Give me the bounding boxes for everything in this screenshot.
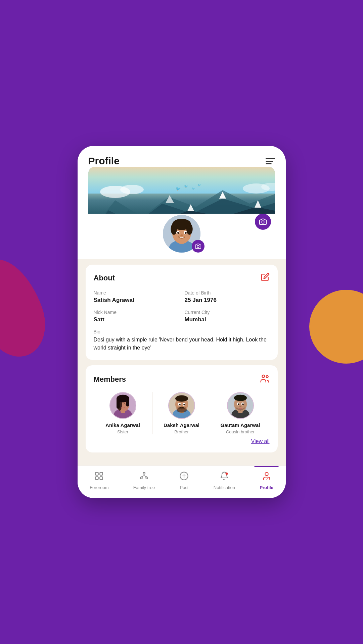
view-all-button[interactable]: View all (251, 438, 270, 444)
svg-text:🐦: 🐦 (197, 183, 201, 187)
menu-button[interactable] (266, 158, 275, 164)
phone-frame: Profile 🐦 🐦 🐦 🐦 (78, 146, 286, 498)
family-tree-icon (139, 471, 149, 483)
nav-label-family-tree: Family tree (133, 485, 155, 490)
name-value: Satish Agrawal (94, 297, 179, 304)
member-name: Gautam Agarwal (221, 422, 260, 428)
svg-line-70 (144, 476, 147, 477)
members-list: Anika Agarwal Sister (94, 392, 270, 434)
dob-field: Date of Birth 25 Jan 1976 (185, 290, 270, 304)
svg-point-48 (179, 404, 180, 406)
list-item[interactable]: Anika Agarwal Sister (94, 392, 152, 434)
list-item[interactable]: Daksh Agarwal Brother (152, 392, 211, 434)
svg-point-31 (266, 376, 268, 378)
nav-label-notification: Notification (214, 485, 235, 490)
nav-label-profile: Profile (260, 485, 273, 490)
members-icon[interactable] (260, 373, 270, 385)
svg-point-27 (185, 232, 187, 234)
about-card-header: About (94, 273, 270, 283)
header: Profile (78, 146, 286, 167)
svg-text:🐦: 🐦 (192, 187, 195, 190)
nav-item-post[interactable]: Post (174, 470, 194, 491)
nav-item-profile[interactable]: Profile (254, 470, 278, 491)
svg-point-22 (171, 223, 177, 235)
nickname-value: Satt (94, 316, 179, 323)
members-title: Members (94, 375, 126, 384)
member-relation: Sister (117, 429, 128, 434)
svg-point-30 (262, 375, 265, 378)
member-avatar (109, 392, 136, 419)
profile-icon (262, 471, 271, 483)
svg-point-59 (242, 404, 244, 405)
svg-line-69 (141, 476, 144, 477)
svg-point-75 (265, 473, 268, 476)
nav-label-foreroom: Foreroom (90, 485, 108, 490)
members-card-header: Members (94, 373, 270, 385)
view-all-row: View all (94, 438, 270, 444)
svg-point-28 (180, 234, 183, 236)
name-field: Name Satish Agrawal (94, 290, 179, 304)
nav-item-foreroom[interactable]: Foreroom (84, 470, 114, 491)
about-card: About Name Satish Agrawal Date of Birth … (86, 265, 278, 360)
bio-label: Bio (94, 329, 270, 334)
member-avatar (168, 392, 195, 419)
svg-rect-63 (100, 473, 103, 475)
member-avatar (227, 392, 254, 419)
svg-point-26 (177, 232, 179, 234)
bio-field: Bio Desi guy with a simple rule 'Never b… (94, 329, 270, 352)
nav-item-family-tree[interactable]: Family tree (128, 470, 160, 491)
nav-item-notification[interactable]: Notification (208, 470, 240, 491)
svg-point-50 (181, 406, 183, 407)
city-field: Current City Mumbai (185, 310, 270, 323)
bio-value: Desi guy with a simple rule 'Never bend … (94, 336, 270, 352)
name-label: Name (94, 290, 179, 296)
member-relation: Brother (174, 429, 189, 434)
svg-text:🐦: 🐦 (176, 186, 181, 191)
bottom-nav: Foreroom Family tree (78, 466, 286, 498)
notification-icon (220, 471, 229, 483)
dob-value: 25 Jan 1976 (185, 297, 270, 304)
post-icon (179, 471, 189, 483)
member-name: Anika Agarwal (105, 422, 140, 428)
svg-point-58 (237, 404, 239, 405)
svg-point-16 (262, 221, 264, 223)
cover-photo-edit-button[interactable] (255, 214, 271, 230)
nickname-field: Nick Name Satt (94, 310, 179, 323)
camera-icon-small (195, 243, 201, 249)
svg-point-23 (186, 223, 193, 235)
profile-photo-edit-button[interactable] (192, 240, 205, 253)
city-value: Mumbai (185, 316, 270, 323)
edit-button[interactable] (261, 273, 270, 283)
svg-rect-38 (126, 397, 129, 407)
svg-point-29 (197, 246, 199, 248)
svg-point-13 (120, 185, 144, 194)
member-name: Daksh Agarwal (164, 422, 199, 428)
nickname-label: Nick Name (94, 310, 179, 315)
svg-point-44 (175, 395, 188, 402)
svg-point-55 (234, 395, 247, 401)
camera-icon (259, 218, 267, 225)
svg-rect-62 (96, 477, 98, 479)
avatar-section (78, 214, 286, 259)
svg-point-60 (239, 406, 241, 407)
city-label: Current City (185, 310, 270, 315)
svg-point-49 (183, 404, 185, 406)
main-content: About Name Satish Agrawal Date of Birth … (78, 259, 286, 466)
svg-point-39 (117, 398, 122, 411)
member-relation: Cousin brother (226, 429, 255, 434)
about-title: About (94, 274, 115, 282)
nav-label-post: Post (180, 485, 188, 490)
page-title: Profile (88, 155, 120, 167)
svg-text:🐦: 🐦 (184, 184, 188, 189)
svg-rect-61 (96, 473, 98, 475)
about-fields: Name Satish Agrawal Date of Birth 25 Jan… (94, 290, 270, 352)
svg-rect-64 (100, 477, 103, 479)
foreroom-icon (94, 471, 104, 483)
members-card: Members (86, 365, 278, 452)
dob-label: Date of Birth (185, 290, 270, 296)
list-item[interactable]: Gautam Agarwal Cousin brother (211, 392, 270, 434)
svg-point-74 (225, 473, 228, 475)
